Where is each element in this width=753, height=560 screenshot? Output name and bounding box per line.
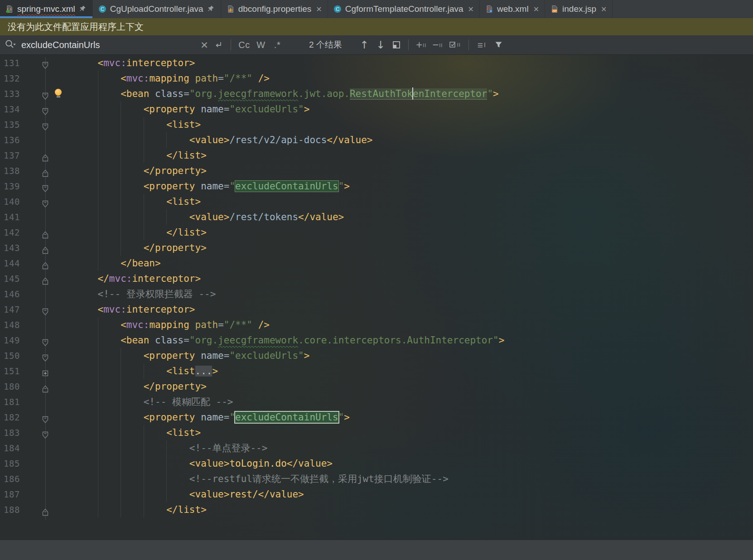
fold-marker-down-icon[interactable] bbox=[42, 105, 49, 114]
code-line-149[interactable]: 149<bean class="org.jeecgframework.core.… bbox=[0, 333, 753, 348]
code-line-142[interactable]: 142</list> bbox=[0, 225, 753, 240]
fold-marker-plus-icon[interactable] bbox=[42, 367, 49, 376]
fold-marker-up-icon[interactable] bbox=[42, 506, 49, 514]
fold-marker-up-icon[interactable] bbox=[42, 275, 49, 283]
tab-label: CgUploadController.java bbox=[110, 4, 203, 14]
fold-marker-down-icon[interactable] bbox=[42, 90, 49, 98]
code-line-181[interactable]: 181<!-- 模糊匹配 --> bbox=[0, 394, 753, 410]
code-line-134[interactable]: 134<property name="excludeUrls"> bbox=[0, 101, 753, 117]
select-all-occurrences-button[interactable]: II bbox=[446, 40, 464, 50]
add-occurrence-button[interactable]: +II bbox=[413, 39, 430, 50]
token-tag: mapping bbox=[149, 319, 189, 330]
indent-guide bbox=[144, 425, 144, 440]
tab-index-jsp[interactable]: JSPindex.jsp✕ bbox=[545, 0, 613, 18]
fold-marker-up-icon[interactable] bbox=[42, 228, 49, 237]
tab-web-xml[interactable]: web.xml✕ bbox=[480, 0, 545, 18]
fold-marker-up-icon[interactable] bbox=[42, 259, 49, 268]
next-occurrence-button[interactable]: ↓ bbox=[374, 40, 387, 50]
code-line-143[interactable]: 143</property> bbox=[0, 240, 753, 256]
insert-newline-icon[interactable] bbox=[211, 40, 226, 49]
token-str: "/**" bbox=[224, 73, 252, 84]
fold-marker-up-icon[interactable] bbox=[42, 167, 49, 175]
code-line-132[interactable]: 132<mvc:mapping path="/**" /> bbox=[0, 71, 753, 86]
code-line-141[interactable]: 141<value>/rest/tokens</value> bbox=[0, 209, 753, 225]
code-line-145[interactable]: 145</mvc:interceptor> bbox=[0, 271, 753, 286]
folded-region-placeholder[interactable]: ... bbox=[195, 366, 212, 377]
tab-CgformTemplateController-java[interactable]: CCgformTemplateController.java✕ bbox=[328, 0, 480, 18]
indent-guide bbox=[121, 194, 121, 209]
close-tab-icon[interactable]: ✕ bbox=[316, 5, 322, 14]
close-tab-icon[interactable]: ✕ bbox=[468, 5, 474, 14]
code-line-185[interactable]: 185<value>toLogin.do</value> bbox=[0, 456, 753, 471]
indent-guide bbox=[166, 456, 167, 471]
code-line-186[interactable]: 186<!--restful请求统一不做拦截，采用jwt接口机制验证--> bbox=[0, 471, 753, 487]
code-text: </bean> bbox=[75, 256, 753, 271]
token-tag: <property bbox=[144, 181, 195, 192]
code-line-136[interactable]: 136<value>/rest/v2/api-docs</value> bbox=[0, 132, 753, 148]
code-line-138[interactable]: 138</property> bbox=[0, 163, 753, 179]
code-line-148[interactable]: 148<mvc:mapping path="/**" /> bbox=[0, 317, 753, 333]
fold-marker-down-icon[interactable] bbox=[42, 59, 49, 68]
token-tag: </bean> bbox=[121, 258, 161, 269]
clear-search-icon[interactable]: ✕ bbox=[198, 40, 211, 50]
fold-marker-up-icon[interactable] bbox=[42, 382, 49, 391]
code-line-184[interactable]: 184<!--单点登录--> bbox=[0, 440, 753, 456]
editor-tab-bar: spring-mvc.xmlCCgUploadController.javadb… bbox=[0, 0, 753, 18]
line-number: 136 bbox=[4, 132, 20, 148]
pin-icon[interactable] bbox=[79, 5, 87, 13]
code-line-182[interactable]: 182<property name="excludeContainUrls"> bbox=[0, 410, 753, 425]
pin-icon[interactable] bbox=[207, 5, 215, 13]
code-line-147[interactable]: 147<mvc:interceptor> bbox=[0, 302, 753, 317]
tab-dbconfig-properties[interactable]: dbconfig.properties✕ bbox=[221, 0, 328, 18]
indent-guide bbox=[98, 225, 98, 240]
code-line-133[interactable]: 133<bean class="org.jeecgframework.jwt.a… bbox=[0, 86, 753, 101]
code-line-131[interactable]: 131<mvc:interceptor> bbox=[0, 55, 753, 71]
fold-marker-down-icon[interactable] bbox=[42, 182, 49, 191]
close-tab-icon[interactable]: ✕ bbox=[533, 5, 539, 14]
open-in-find-window-button[interactable] bbox=[389, 40, 404, 49]
code-line-146[interactable]: 146<!-- 登录权限拦截器 --> bbox=[0, 286, 753, 302]
previous-occurrence-button[interactable]: ↑ bbox=[357, 40, 371, 50]
line-number: 144 bbox=[4, 256, 20, 271]
code-line-139[interactable]: 139<property name="excludeContainUrls"> bbox=[0, 179, 753, 194]
fold-marker-down-icon[interactable] bbox=[42, 121, 49, 129]
fold-marker-down-icon[interactable] bbox=[42, 429, 49, 437]
whole-words-toggle[interactable]: W bbox=[253, 40, 269, 49]
code-line-188[interactable]: 188</list> bbox=[0, 502, 753, 517]
search-input[interactable] bbox=[20, 39, 198, 51]
indent-guide bbox=[121, 101, 121, 117]
tab-label: index.jsp bbox=[562, 4, 596, 14]
fold-marker-up-icon[interactable] bbox=[42, 244, 49, 252]
tab-spring-mvc-xml[interactable]: spring-mvc.xml bbox=[0, 0, 93, 18]
fold-marker-down-icon[interactable] bbox=[42, 305, 49, 314]
filter-lines-button[interactable]: ≡I bbox=[473, 40, 490, 50]
indent-guide bbox=[121, 209, 121, 225]
code-line-150[interactable]: 150<property name="excludeUrls"> bbox=[0, 348, 753, 363]
tab-CgUploadController-java[interactable]: CCgUploadController.java bbox=[93, 0, 221, 18]
regex-toggle[interactable]: .* bbox=[269, 40, 285, 49]
code-line-144[interactable]: 144</bean> bbox=[0, 256, 753, 271]
match-case-toggle[interactable]: Cc bbox=[236, 40, 253, 49]
fold-marker-down-icon[interactable] bbox=[42, 336, 49, 345]
filter-search-button[interactable] bbox=[491, 41, 507, 49]
intention-lightbulb-icon[interactable] bbox=[55, 89, 62, 96]
divider bbox=[468, 39, 469, 50]
code-line-151[interactable]: 151<list...> bbox=[0, 363, 753, 379]
fold-marker-down-icon[interactable] bbox=[42, 352, 49, 360]
indent-guide bbox=[98, 101, 98, 117]
fold-marker-down-icon[interactable] bbox=[42, 198, 49, 206]
remove-occurrence-button[interactable]: −II bbox=[430, 39, 446, 50]
fold-marker-down-icon[interactable] bbox=[42, 413, 49, 422]
token-str: "excludeUrls" bbox=[229, 104, 304, 115]
java-class-icon: C bbox=[333, 5, 342, 13]
close-tab-icon[interactable]: ✕ bbox=[601, 5, 607, 14]
code-line-140[interactable]: 140<list> bbox=[0, 194, 753, 209]
code-line-180[interactable]: 180</property> bbox=[0, 379, 753, 394]
code-line-183[interactable]: 183<list> bbox=[0, 425, 753, 440]
code-line-137[interactable]: 137</list> bbox=[0, 148, 753, 163]
line-number: 149 bbox=[4, 333, 20, 348]
code-line-187[interactable]: 187<value>rest/</value> bbox=[0, 487, 753, 502]
code-line-135[interactable]: 135<list> bbox=[0, 117, 753, 132]
fold-marker-up-icon[interactable] bbox=[42, 151, 49, 160]
code-editor[interactable]: 131<mvc:interceptor>132<mvc:mapping path… bbox=[0, 54, 753, 540]
